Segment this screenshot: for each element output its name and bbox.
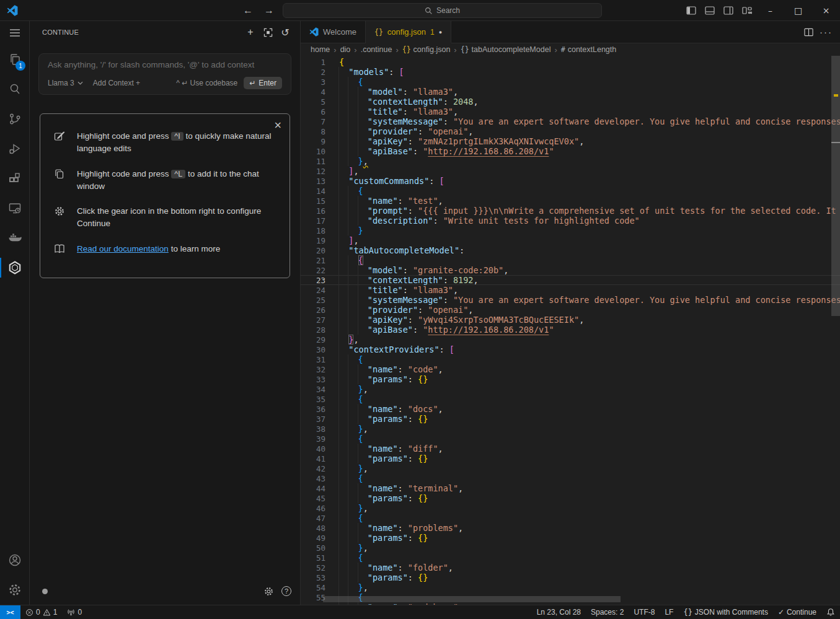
code-line[interactable]: 9"apiKey": "zmNAz1prtgILmkX3KAqXNIvwcqEV… (301, 136, 840, 146)
code-line[interactable]: 33"params": {} (301, 374, 840, 384)
notifications-bell[interactable] (821, 605, 840, 619)
code-line[interactable]: 28"apiBase": "http://192.168.86.208/v1" (301, 325, 840, 335)
encoding-status[interactable]: UTF-8 (629, 605, 660, 619)
remote-explorer-icon[interactable] (0, 193, 29, 223)
line-number[interactable]: 29 (301, 335, 325, 345)
line-number[interactable]: 47 (301, 514, 325, 524)
line-number[interactable]: 49 (301, 533, 325, 543)
line-number[interactable]: 42 (301, 464, 325, 474)
code-line[interactable]: 15"name": "test", (301, 196, 840, 206)
more-actions-icon[interactable]: ··· (820, 27, 833, 37)
code-line[interactable]: 11}, (301, 156, 840, 166)
code-line[interactable]: 32"name": "code", (301, 364, 840, 374)
search-input[interactable]: Search (283, 3, 602, 18)
line-number[interactable]: 20 (301, 246, 325, 256)
code-line[interactable]: 47{ (301, 513, 840, 523)
line-number[interactable]: 11 (301, 157, 325, 167)
line-number[interactable]: 14 (301, 187, 325, 196)
chat-input[interactable]: Ask anything, '/' for slash commands, '@… (38, 53, 291, 95)
toggle-panel-icon[interactable] (701, 0, 719, 20)
indentation-status[interactable]: Spaces: 2 (586, 605, 629, 619)
line-number[interactable]: 44 (301, 484, 325, 494)
code-line[interactable]: 2"models": [ (301, 67, 840, 77)
code-line[interactable]: 31{ (301, 354, 840, 364)
code-line[interactable]: 39{ (301, 434, 840, 444)
close-button[interactable]: × (812, 0, 840, 20)
fullscreen-icon[interactable] (260, 25, 275, 40)
line-number[interactable]: 31 (301, 355, 325, 365)
line-number[interactable]: 24 (301, 286, 325, 296)
line-number[interactable]: 35 (301, 395, 325, 405)
code-line[interactable]: 16"prompt": "{{{ input }}}\n\nWrite a co… (301, 206, 840, 216)
line-number[interactable]: 48 (301, 524, 325, 533)
code-line[interactable]: 4"model": "llama3", (301, 87, 840, 97)
line-number[interactable]: 55 (301, 593, 325, 603)
line-number[interactable]: 51 (301, 553, 325, 563)
line-number[interactable]: 10 (301, 147, 325, 157)
eol-status[interactable]: LF (660, 605, 678, 619)
menu-hamburger-icon[interactable] (0, 21, 29, 45)
extensions-icon[interactable] (0, 164, 29, 193)
line-number[interactable]: 52 (301, 563, 325, 573)
line-number[interactable]: 34 (301, 385, 325, 395)
settings-gear-icon[interactable] (0, 575, 29, 605)
configure-gear-icon[interactable] (263, 586, 274, 597)
line-number[interactable]: 33 (301, 375, 325, 385)
run-debug-icon[interactable] (0, 134, 29, 164)
line-number[interactable]: 2 (301, 68, 325, 77)
split-editor-icon[interactable] (804, 28, 813, 37)
line-number[interactable]: 27 (301, 315, 325, 325)
new-session-button[interactable]: + (243, 25, 258, 40)
code-line[interactable]: 42}, (301, 463, 840, 473)
line-number[interactable]: 50 (301, 543, 325, 553)
docker-icon[interactable] (0, 223, 29, 253)
line-number[interactable]: 18 (301, 226, 325, 236)
line-number[interactable]: 19 (301, 236, 325, 246)
code-line[interactable]: 37"params": {} (301, 414, 840, 424)
code-line[interactable]: 43{ (301, 473, 840, 483)
code-line[interactable]: 21{ (301, 255, 840, 265)
line-number[interactable]: 41 (301, 454, 325, 464)
line-number[interactable]: 15 (301, 196, 325, 206)
line-number[interactable]: 37 (301, 415, 325, 424)
accounts-icon[interactable] (0, 545, 29, 575)
line-number[interactable]: 28 (301, 325, 325, 335)
line-number[interactable]: 46 (301, 504, 325, 514)
line-number[interactable]: 38 (301, 424, 325, 434)
search-sidebar-icon[interactable] (0, 74, 29, 104)
code-line[interactable]: 22"model": "granite-code:20b", (301, 265, 840, 275)
code-line[interactable]: 48"name": "problems", (301, 523, 840, 533)
breadcrumb-tabautocompletemodel[interactable]: tabAutocompleteModel (472, 45, 551, 54)
line-number[interactable]: 23 (301, 276, 325, 286)
language-mode[interactable]: {} JSON with Comments (678, 605, 772, 619)
code-line[interactable]: 50}, (301, 543, 840, 553)
line-number[interactable]: 36 (301, 405, 325, 415)
code-line[interactable]: 56"name": "codebase", (301, 602, 840, 605)
code-line[interactable]: 6"title": "llama3", (301, 107, 840, 116)
problems-status[interactable]: 0 1 (20, 605, 62, 619)
close-icon[interactable]: × (274, 119, 282, 131)
toggle-secondary-sidebar-icon[interactable] (719, 0, 738, 20)
code-line[interactable]: 46}, (301, 503, 840, 513)
breadcrumb-config-json[interactable]: config.json (413, 45, 451, 54)
back-arrow-icon[interactable]: ← (241, 5, 255, 16)
remote-indicator[interactable]: >< (0, 605, 20, 619)
code-line[interactable]: 38}, (301, 424, 840, 434)
code-line[interactable]: 1{ (301, 57, 840, 67)
code-line[interactable]: 7"systemMessage": "You are an expert sof… (301, 116, 840, 126)
code-line[interactable]: 14{ (301, 186, 840, 196)
line-number[interactable]: 3 (301, 77, 325, 87)
code-line[interactable]: 3{ (301, 77, 840, 87)
code-line[interactable]: 17"description": "Write unit tests for h… (301, 216, 840, 226)
code-line[interactable]: 8"provider": "openai", (301, 126, 840, 136)
line-number[interactable]: 8 (301, 127, 325, 137)
continue-status[interactable]: ✓ Continue (773, 605, 821, 619)
use-codebase-button[interactable]: ^ ↵ Use codebase (176, 79, 237, 87)
tab-config-json[interactable]: {} config.json 1 ● (366, 21, 451, 43)
line-number[interactable]: 54 (301, 583, 325, 593)
line-number[interactable]: 53 (301, 573, 325, 583)
minimize-button[interactable]: – (756, 0, 784, 20)
line-number[interactable]: 45 (301, 494, 325, 504)
line-number[interactable]: 39 (301, 434, 325, 444)
code-line[interactable]: 35{ (301, 394, 840, 404)
